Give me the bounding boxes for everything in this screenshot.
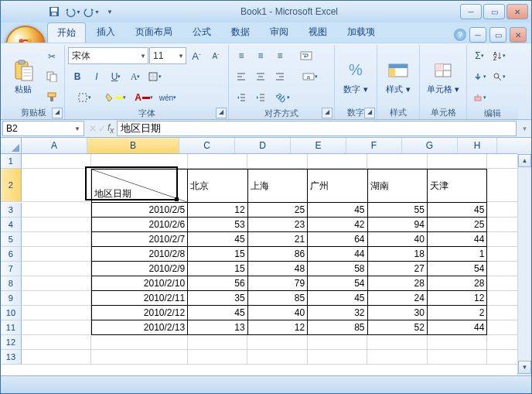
minimize-button[interactable]: ─ bbox=[460, 4, 482, 19]
increase-indent-icon[interactable] bbox=[251, 88, 270, 107]
cell[interactable]: 15 bbox=[188, 247, 247, 262]
cell[interactable]: 45 bbox=[188, 232, 247, 247]
expand-formula-icon[interactable]: ▼ bbox=[518, 125, 531, 132]
autosum-icon[interactable]: Σ▾ bbox=[470, 46, 489, 65]
cell[interactable]: 25 bbox=[248, 203, 308, 218]
cell[interactable]: 54 bbox=[428, 262, 487, 276]
cell[interactable]: 上海 bbox=[248, 169, 308, 203]
cell[interactable] bbox=[22, 350, 91, 365]
merge-center-icon[interactable]: a▾ bbox=[297, 67, 323, 86]
cell[interactable]: 53 bbox=[188, 218, 247, 232]
font-color-button[interactable]: A▾ bbox=[130, 88, 158, 107]
cell[interactable] bbox=[22, 291, 91, 306]
row-header[interactable]: 13 bbox=[1, 350, 22, 365]
font-size-combo[interactable]: 11▼ bbox=[149, 47, 186, 64]
tab-页面布局[interactable]: 页面布局 bbox=[126, 22, 182, 43]
cell[interactable] bbox=[22, 154, 91, 169]
number-launcher[interactable]: ◢ bbox=[364, 108, 375, 118]
row-header[interactable]: 12 bbox=[1, 335, 22, 350]
cell[interactable]: 48 bbox=[248, 262, 308, 276]
cell[interactable]: 北京 bbox=[188, 169, 247, 203]
bold-button[interactable]: B bbox=[68, 67, 87, 86]
cell[interactable]: 2010/2/12 bbox=[91, 306, 188, 320]
cell[interactable]: 12 bbox=[188, 203, 247, 218]
cell[interactable]: 45 bbox=[308, 203, 367, 218]
row-header[interactable]: 2 bbox=[1, 169, 22, 202]
cell[interactable]: 12 bbox=[248, 320, 308, 335]
tab-插入[interactable]: 插入 bbox=[87, 22, 124, 43]
paste-button[interactable]: 粘贴 bbox=[5, 56, 41, 98]
maximize-button[interactable]: ▭ bbox=[483, 4, 505, 19]
clipboard-launcher[interactable]: ◢ bbox=[52, 108, 63, 118]
cell[interactable]: 79 bbox=[248, 276, 308, 291]
row-header[interactable]: 8 bbox=[1, 276, 22, 291]
fill-color-button[interactable]: ▾ bbox=[101, 88, 129, 107]
border-button[interactable]: ▾ bbox=[145, 67, 164, 86]
cell[interactable]: 1 bbox=[428, 247, 487, 262]
row-header[interactable]: 7 bbox=[1, 262, 22, 276]
col-header[interactable]: A bbox=[22, 138, 87, 153]
cell[interactable]: 44 bbox=[308, 247, 367, 262]
cell[interactable] bbox=[308, 335, 368, 350]
vertical-scrollbar[interactable]: ▲ ▼ bbox=[517, 153, 531, 375]
ribbon-minimize-button[interactable]: ─ bbox=[469, 27, 486, 43]
row-header[interactable]: 9 bbox=[1, 291, 22, 306]
enter-formula-icon[interactable]: ✓ bbox=[98, 123, 106, 134]
cell[interactable]: 28 bbox=[428, 276, 487, 291]
border-style-button[interactable]: ▾ bbox=[68, 88, 101, 107]
align-bottom-icon[interactable]: ≡ bbox=[271, 46, 289, 65]
doc-close-button[interactable]: ✕ bbox=[510, 27, 527, 43]
save-icon[interactable] bbox=[46, 3, 63, 20]
col-header[interactable]: C bbox=[179, 138, 235, 153]
sort-filter-icon[interactable]: AZ▾ bbox=[489, 46, 508, 65]
cell[interactable]: 广州 bbox=[308, 169, 367, 203]
find-icon[interactable]: ▾ bbox=[489, 67, 508, 86]
cell[interactable]: 24 bbox=[368, 291, 428, 306]
row-header[interactable]: 6 bbox=[1, 247, 22, 262]
styles-button[interactable]: 样式 ▾ bbox=[380, 56, 416, 98]
clear-icon[interactable]: ▾ bbox=[470, 88, 489, 107]
cell[interactable]: 45 bbox=[428, 203, 487, 218]
cell[interactable]: 86 bbox=[248, 247, 308, 262]
spreadsheet-grid[interactable]: A B C D E F G H 12地区日期北京上海广州湖南天津32010/2/… bbox=[1, 138, 531, 375]
cell[interactable]: 15 bbox=[188, 262, 247, 276]
col-header[interactable]: E bbox=[291, 138, 346, 153]
ribbon-restore-button[interactable]: ▭ bbox=[489, 27, 506, 43]
phonetic-guide-button[interactable]: wén▾ bbox=[159, 88, 177, 107]
cell[interactable]: 40 bbox=[368, 232, 428, 247]
decrease-indent-icon[interactable] bbox=[232, 88, 251, 107]
font-name-combo[interactable]: 宋体▼ bbox=[68, 47, 148, 64]
cell[interactable]: 2010/2/5 bbox=[91, 203, 188, 218]
col-header[interactable]: D bbox=[235, 138, 291, 153]
tab-数据[interactable]: 数据 bbox=[222, 22, 259, 43]
number-format-button[interactable]: % 数字 ▾ bbox=[338, 56, 373, 98]
cell[interactable] bbox=[428, 154, 488, 169]
cell[interactable] bbox=[22, 320, 91, 335]
cell[interactable]: 85 bbox=[308, 320, 367, 335]
cell[interactable] bbox=[247, 335, 308, 350]
cell[interactable]: 2010/2/9 bbox=[91, 262, 188, 276]
cell[interactable] bbox=[247, 350, 308, 365]
close-button[interactable]: ✕ bbox=[506, 4, 528, 19]
orientation-icon[interactable]: ab▾ bbox=[271, 88, 295, 107]
cell[interactable]: 2 bbox=[428, 306, 487, 320]
row-header[interactable]: 5 bbox=[1, 232, 22, 247]
cell[interactable]: 42 bbox=[308, 218, 367, 232]
cell[interactable] bbox=[308, 350, 368, 365]
cell[interactable]: 52 bbox=[368, 320, 428, 335]
cell[interactable]: 23 bbox=[248, 218, 308, 232]
cell[interactable]: 25 bbox=[428, 218, 487, 232]
cell[interactable] bbox=[308, 154, 368, 169]
cell[interactable]: 12 bbox=[428, 291, 487, 306]
cell[interactable] bbox=[367, 154, 428, 169]
copy-icon[interactable] bbox=[43, 67, 61, 86]
cell[interactable] bbox=[91, 335, 187, 350]
cell[interactable] bbox=[22, 262, 91, 276]
cell[interactable] bbox=[22, 203, 91, 218]
cell[interactable]: 2010/2/10 bbox=[91, 276, 188, 291]
cell[interactable]: 2010/2/6 bbox=[91, 218, 188, 232]
cell[interactable] bbox=[22, 276, 91, 291]
cell[interactable]: 55 bbox=[368, 203, 428, 218]
format-painter-icon[interactable] bbox=[43, 87, 61, 106]
cell[interactable]: 45 bbox=[188, 306, 247, 320]
